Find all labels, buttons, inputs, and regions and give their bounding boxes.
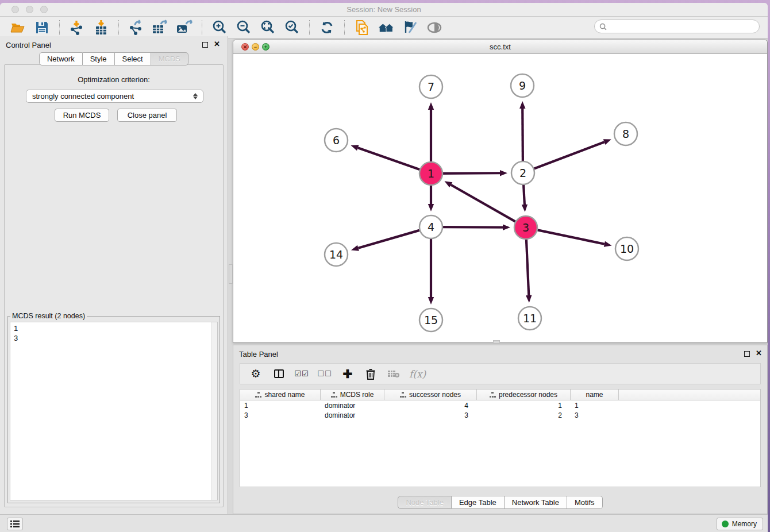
add-column-icon[interactable]: ✚ [340, 367, 355, 381]
control-panel: Control Panel ✕ Network Style Select MCD… [0, 36, 228, 514]
svg-text:7: 7 [428, 80, 434, 93]
search-field[interactable] [594, 20, 760, 33]
export-network-icon[interactable] [128, 19, 145, 36]
toolbar-separator [118, 20, 119, 35]
network-window-titlebar[interactable]: ✕ − + scc.txt [233, 40, 767, 54]
criterion-dropdown[interactable]: strongly connected component [26, 90, 203, 103]
zoom-fit-icon[interactable] [259, 19, 276, 36]
table-row[interactable]: 3 dominator 3 2 3 [240, 410, 760, 420]
select-all-columns-icon[interactable]: ☑☑ [294, 367, 309, 381]
horizontal-splitter-handle[interactable] [493, 340, 500, 344]
graph-edge-4-3[interactable] [443, 225, 510, 230]
graph-edge-1-2[interactable] [443, 170, 507, 176]
search-input[interactable] [609, 22, 759, 31]
graph-edge-4-14[interactable] [351, 230, 419, 251]
export-image-icon[interactable] [176, 19, 193, 36]
column-header-name[interactable]: name [571, 390, 619, 400]
home-icon[interactable] [378, 19, 395, 36]
import-table-icon[interactable] [93, 19, 110, 36]
desktop: Session: New Session [0, 0, 770, 532]
column-header-shared-name[interactable]: shared name [240, 390, 321, 400]
clone-network-icon[interactable] [353, 19, 371, 36]
mcds-tab-content: Optimization criterion: strongly connect… [4, 64, 224, 507]
close-table-panel-icon[interactable]: ✕ [756, 349, 762, 357]
memory-status-icon [722, 521, 729, 527]
tab-network[interactable]: Network [39, 52, 83, 65]
graph-edge-1-7[interactable] [428, 102, 434, 161]
graph-node-7[interactable]: 7 [419, 75, 442, 98]
graph-node-11[interactable]: 11 [518, 307, 541, 330]
tab-mcds[interactable]: MCDS [151, 52, 188, 65]
table-row[interactable]: 1 dominator 4 1 1 [240, 400, 760, 410]
import-network-icon[interactable] [68, 19, 86, 36]
graph-node-9[interactable]: 9 [511, 74, 534, 97]
memory-button[interactable]: Memory [717, 518, 763, 530]
tab-network-table[interactable]: Network Table [505, 496, 567, 509]
graph-edge-2-9[interactable] [519, 101, 525, 161]
search-icon [599, 23, 607, 30]
graph-node-2[interactable]: 2 [511, 161, 534, 184]
toolbar-separator [344, 20, 345, 35]
deselect-all-columns-icon[interactable]: ☐☐ [317, 367, 332, 381]
svg-text:1: 1 [428, 167, 434, 180]
save-session-icon[interactable] [33, 19, 51, 36]
column-header-mcds-role[interactable]: MCDS role [321, 390, 384, 400]
table-header-row: shared name MCDS role successor nodes pr… [240, 390, 760, 400]
float-table-panel-icon[interactable] [744, 351, 750, 357]
svg-text:9: 9 [519, 79, 526, 92]
task-history-button[interactable] [7, 518, 23, 530]
tab-edge-table[interactable]: Edge Table [452, 496, 505, 509]
delete-column-trash-icon[interactable] [363, 367, 378, 381]
zoom-in-icon[interactable] [211, 19, 228, 36]
function-builder-icon: f(x) [409, 367, 426, 381]
node-table: shared name MCDS role successor nodes pr… [240, 389, 761, 487]
graph-node-4[interactable]: 4 [419, 215, 442, 238]
graph-edge-3-10[interactable] [538, 230, 612, 247]
open-file-icon[interactable] [9, 19, 26, 36]
hide-annotations-icon[interactable] [402, 19, 419, 36]
run-mcds-button[interactable]: Run MCDS [55, 109, 109, 122]
graph-edge-3-11[interactable] [526, 240, 532, 303]
column-type-icon [255, 392, 261, 398]
graph-edge-4-15[interactable] [428, 239, 434, 304]
graph-edge-1-4[interactable] [428, 186, 434, 211]
delete-table-icon [386, 367, 401, 381]
toggle-view-icon[interactable] [426, 19, 443, 36]
svg-text:8: 8 [622, 128, 629, 140]
column-header-successor-nodes[interactable]: successor nodes [384, 390, 477, 400]
toolbar-separator [202, 20, 202, 35]
graph-node-1[interactable]: 1 [419, 162, 442, 185]
tab-style[interactable]: Style [83, 52, 115, 65]
graph-node-15[interactable]: 15 [419, 309, 442, 331]
graph-edge-2-8[interactable] [534, 139, 611, 168]
graph-edge-3-1[interactable] [444, 181, 515, 221]
graph-node-8[interactable]: 8 [614, 122, 637, 145]
close-panel-icon[interactable]: ✕ [214, 40, 220, 48]
result-scrollbar[interactable] [211, 322, 217, 500]
column-header-predecessor-nodes[interactable]: predecessor nodes [477, 390, 571, 400]
table-panel-title: Table Panel [239, 350, 278, 358]
export-table-icon[interactable] [152, 19, 169, 36]
float-panel-icon[interactable] [202, 42, 208, 48]
graph-edge-1-6[interactable] [351, 145, 419, 169]
svg-text:15: 15 [424, 314, 438, 326]
table-settings-gear-icon[interactable]: ⚙ [248, 367, 263, 381]
graph-node-10[interactable]: 10 [615, 237, 638, 260]
tab-motifs[interactable]: Motifs [567, 496, 603, 509]
graph-node-14[interactable]: 14 [325, 243, 348, 266]
graph-node-6[interactable]: 6 [325, 129, 348, 152]
show-columns-icon[interactable] [271, 367, 286, 381]
refresh-icon[interactable] [318, 19, 336, 36]
zoom-out-icon[interactable] [235, 19, 252, 36]
svg-text:14: 14 [329, 248, 343, 261]
mcds-result-area[interactable]: 1 3 [10, 322, 218, 500]
tab-select[interactable]: Select [115, 52, 151, 65]
zoom-selected-icon[interactable] [283, 19, 301, 36]
graph-edge-2-3[interactable] [522, 185, 528, 212]
close-panel-button[interactable]: Close panel [117, 109, 177, 122]
tab-node-table[interactable]: Node Table [398, 496, 452, 509]
vertical-splitter-handle[interactable] [229, 264, 233, 284]
control-panel-tabs: Network Style Select MCDS [0, 52, 228, 65]
graph-node-3[interactable]: 3 [514, 216, 537, 239]
network-graph-canvas[interactable]: 7968124314101511 [233, 53, 767, 342]
